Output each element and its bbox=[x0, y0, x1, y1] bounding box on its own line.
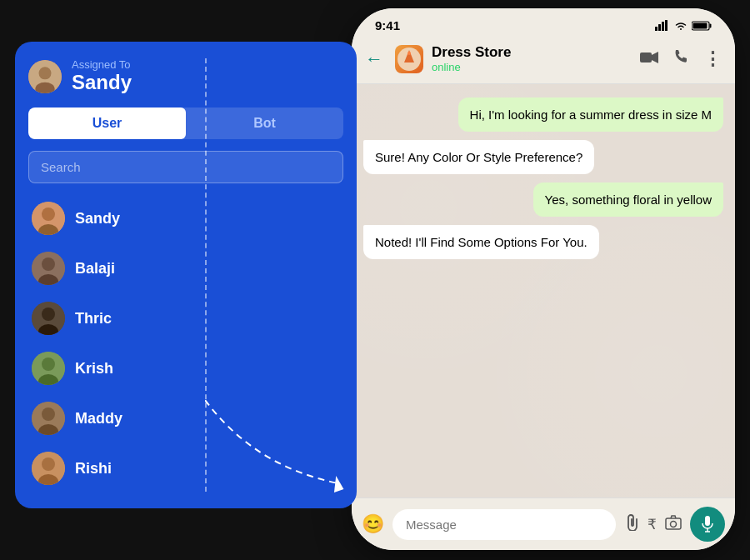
list-item[interactable]: Sandy bbox=[28, 195, 343, 242]
video-call-icon[interactable] bbox=[640, 49, 658, 68]
scene: Assigned To Sandy User Bot Sandy Balaji bbox=[0, 0, 750, 560]
list-item[interactable]: Rishi bbox=[28, 445, 343, 492]
user-toggle-button[interactable]: User bbox=[28, 108, 186, 139]
contact-avatar-sandy bbox=[32, 202, 65, 235]
chat-info: Dress Store online bbox=[432, 44, 632, 73]
assigned-to-label: Assigned To bbox=[72, 58, 132, 71]
message-text: Hi, I'm looking for a summer dress in si… bbox=[470, 108, 712, 122]
contact-name-balaji: Balaji bbox=[75, 260, 115, 278]
message-text: Noted! I'll Find Some Options For You. bbox=[375, 235, 588, 249]
list-item[interactable]: Maddy bbox=[28, 395, 343, 442]
svg-marker-33 bbox=[652, 52, 658, 63]
svg-rect-28 bbox=[693, 22, 708, 28]
svg-rect-23 bbox=[658, 24, 661, 31]
menu-icon[interactable]: ⋮ bbox=[703, 48, 722, 70]
message-bubble: Sure! Any Color Or Style Preference? bbox=[363, 140, 594, 174]
chat-store-status: online bbox=[432, 61, 632, 73]
header-actions: ⋮ bbox=[640, 48, 722, 70]
status-bar: 9:41 bbox=[352, 8, 735, 38]
contact-avatar-rishi bbox=[32, 452, 65, 485]
svg-rect-27 bbox=[710, 23, 712, 28]
bot-toggle-button[interactable]: Bot bbox=[186, 108, 343, 139]
contact-name-krish: Krish bbox=[75, 360, 113, 378]
contact-avatar-maddy bbox=[32, 402, 65, 435]
dashed-divider bbox=[205, 58, 207, 492]
emoji-button[interactable]: 😊 bbox=[362, 513, 384, 535]
chat-store-name: Dress Store bbox=[432, 44, 632, 61]
assigned-avatar bbox=[28, 60, 62, 93]
svg-rect-32 bbox=[640, 52, 652, 62]
contact-list: Sandy Balaji Thric Krish bbox=[28, 195, 343, 492]
mic-button[interactable] bbox=[690, 507, 725, 542]
list-item[interactable]: Krish bbox=[28, 345, 343, 392]
svg-point-10 bbox=[42, 308, 55, 321]
svg-point-4 bbox=[42, 208, 55, 221]
assigned-header: Assigned To Sandy bbox=[28, 58, 343, 94]
message-bubble: Hi, I'm looking for a summer dress in si… bbox=[458, 98, 723, 132]
svg-point-13 bbox=[42, 358, 55, 371]
phone-call-icon[interactable] bbox=[673, 49, 688, 68]
attachment-icon[interactable] bbox=[624, 514, 639, 535]
message-text: Yes, something floral in yellow bbox=[545, 192, 712, 207]
message-text: Sure! Any Color Or Style Preference? bbox=[375, 150, 582, 164]
svg-point-1 bbox=[39, 67, 52, 79]
search-input[interactable] bbox=[28, 151, 343, 183]
contact-avatar-krish bbox=[32, 352, 65, 385]
svg-point-7 bbox=[42, 258, 55, 271]
assigned-name: Sandy bbox=[72, 71, 132, 94]
svg-point-35 bbox=[671, 521, 677, 527]
assigned-text: Assigned To Sandy bbox=[72, 58, 132, 94]
input-actions: ₹ bbox=[624, 507, 725, 542]
camera-icon[interactable] bbox=[665, 515, 682, 534]
chat-input-row: 😊 ₹ bbox=[352, 498, 735, 550]
contact-name-thric: Thric bbox=[75, 310, 112, 328]
battery-icon bbox=[692, 21, 712, 31]
message-bubble: Noted! I'll Find Some Options For You. bbox=[363, 225, 599, 259]
list-item[interactable]: Thric bbox=[28, 295, 343, 342]
svg-rect-22 bbox=[655, 27, 658, 31]
contact-name-maddy: Maddy bbox=[75, 410, 122, 428]
chat-body: Hi, I'm looking for a summer dress in si… bbox=[352, 84, 735, 498]
left-panel: Assigned To Sandy User Bot Sandy Balaji bbox=[15, 42, 357, 508]
rupee-icon[interactable]: ₹ bbox=[648, 516, 657, 533]
svg-point-16 bbox=[42, 408, 55, 421]
signal-icon bbox=[655, 20, 670, 31]
contact-name-rishi: Rishi bbox=[75, 460, 112, 478]
list-item[interactable]: Balaji bbox=[28, 245, 343, 292]
wifi-icon bbox=[674, 21, 688, 31]
contact-avatar-balaji bbox=[32, 252, 65, 285]
svg-rect-24 bbox=[662, 22, 664, 31]
status-icons bbox=[655, 20, 712, 31]
svg-rect-25 bbox=[665, 20, 668, 31]
toggle-row: User Bot bbox=[28, 108, 343, 139]
message-bubble: Yes, something floral in yellow bbox=[533, 182, 723, 217]
contact-name-sandy: Sandy bbox=[75, 210, 120, 228]
store-avatar bbox=[395, 45, 423, 73]
chat-header: ← Dress Store online bbox=[352, 38, 735, 84]
phone-wrapper: 9:41 bbox=[352, 8, 735, 550]
svg-point-19 bbox=[42, 458, 55, 471]
svg-point-31 bbox=[408, 52, 411, 55]
svg-rect-36 bbox=[705, 516, 710, 526]
message-input[interactable] bbox=[392, 509, 616, 540]
back-button[interactable]: ← bbox=[365, 48, 383, 70]
phone-frame: 9:41 bbox=[352, 8, 735, 550]
status-time: 9:41 bbox=[375, 18, 400, 32]
contact-avatar-thric bbox=[32, 302, 65, 335]
